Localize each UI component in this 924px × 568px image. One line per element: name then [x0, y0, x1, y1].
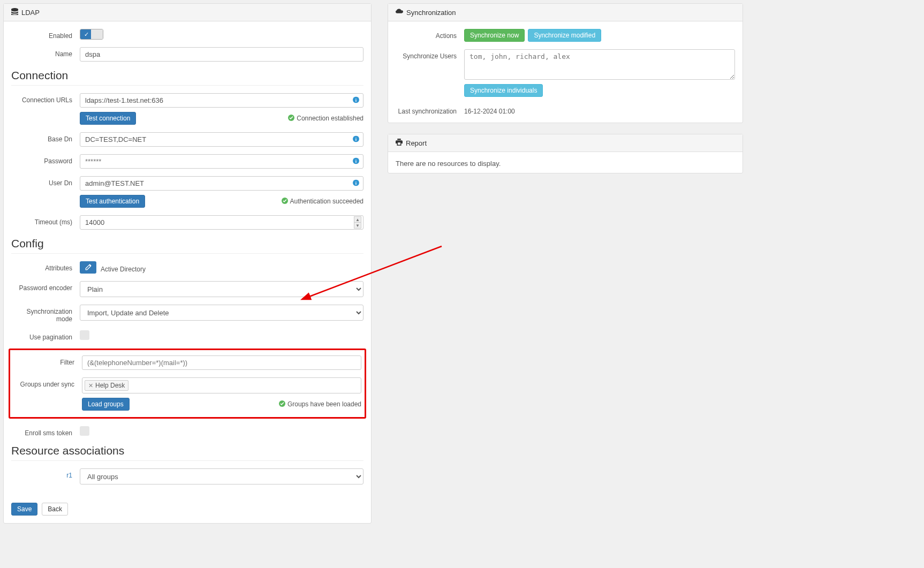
user-dn-field[interactable] [80, 176, 363, 191]
filter-field[interactable] [82, 355, 361, 370]
sync-mode-select[interactable]: Import, Update and Delete [80, 305, 363, 321]
check-circle-icon [282, 198, 288, 206]
connection-urls-field[interactable] [80, 93, 363, 108]
connection-status: Connection established [288, 115, 363, 123]
connection-urls-label: Connection URLs [11, 93, 80, 104]
pagination-label: Use pagination [11, 330, 80, 341]
check-icon: ✓ [80, 29, 92, 39]
report-panel: Report There are no resources to display… [388, 134, 743, 173]
groups-field[interactable]: ✕ Help Desk [82, 377, 361, 393]
actions-label: Actions [396, 29, 464, 40]
highlight-annotation: Filter Groups under sync ✕ Help Desk [9, 349, 366, 419]
timeout-label: Timeout (ms) [11, 215, 80, 226]
report-empty-text: There are no resources to display. [396, 160, 501, 168]
load-groups-button[interactable]: Load groups [82, 398, 130, 411]
password-field[interactable] [80, 154, 363, 169]
name-field[interactable] [80, 47, 363, 62]
pwd-encoder-select[interactable]: Plain [80, 281, 363, 297]
ldap-panel-header: LDAP [4, 4, 371, 21]
panel-title: Synchronization [406, 9, 456, 17]
test-connection-button[interactable]: Test connection [80, 112, 136, 125]
r1-select[interactable]: All groups [80, 468, 363, 484]
storage-icon [11, 8, 18, 17]
remove-tag-icon[interactable]: ✕ [88, 382, 93, 389]
auth-status: Authentication succeeded [282, 198, 363, 206]
r1-link[interactable]: r1 [11, 468, 80, 479]
sync-users-label: Synchronize Users [396, 49, 464, 60]
name-label: Name [11, 47, 80, 58]
resource-assoc-section-title: Resource associations [11, 444, 363, 461]
user-dn-label: User Dn [11, 176, 80, 187]
base-dn-field[interactable] [80, 132, 363, 147]
back-button[interactable]: Back [42, 503, 68, 516]
timeout-field[interactable] [80, 215, 363, 230]
groups-status: Groups have been loaded [279, 400, 361, 408]
attributes-text: Active Directory [101, 262, 146, 273]
attributes-label: Attributes [11, 261, 80, 272]
sync-panel: Synchronization Actions Synchronize now … [388, 3, 743, 123]
pagination-checkbox[interactable] [80, 330, 89, 340]
check-circle-icon [288, 115, 294, 123]
enabled-label: Enabled [11, 29, 80, 40]
panel-title: LDAP [21, 9, 40, 17]
print-icon [396, 139, 403, 147]
filter-label: Filter [13, 355, 82, 366]
groups-label: Groups under sync [13, 377, 82, 388]
check-circle-icon [279, 400, 285, 408]
sync-modified-button[interactable]: Synchronize modified [528, 29, 601, 42]
group-tag: ✕ Help Desk [85, 380, 128, 391]
report-panel-header: Report [388, 134, 743, 152]
sync-mode-label: Synchronization mode [11, 305, 80, 323]
sync-panel-header: Synchronization [388, 4, 743, 21]
enroll-sms-checkbox[interactable] [80, 426, 89, 436]
ldap-panel: LDAP Enabled ✓ Name [3, 3, 372, 524]
base-dn-label: Base Dn [11, 132, 80, 143]
pwd-encoder-label: Password encoder [11, 281, 80, 292]
sync-now-button[interactable]: Synchronize now [464, 29, 525, 42]
panel-title: Report [406, 139, 427, 147]
connection-section-title: Connection [11, 69, 363, 86]
sync-individuals-button[interactable]: Synchronize individuals [464, 84, 543, 97]
stepper-down[interactable]: ▼ [354, 222, 361, 229]
last-sync-label: Last synchronization [396, 104, 464, 115]
enroll-sms-label: Enroll sms token [11, 426, 80, 437]
config-section-title: Config [11, 237, 363, 254]
enabled-toggle[interactable]: ✓ [80, 29, 103, 40]
save-button[interactable]: Save [11, 503, 37, 516]
last-sync-value: 16-12-2024 01:00 [464, 104, 515, 115]
password-label: Password [11, 154, 80, 165]
test-auth-button[interactable]: Test authentication [80, 195, 145, 208]
cloud-icon [396, 8, 403, 17]
sync-users-field[interactable] [464, 49, 735, 80]
edit-attributes-button[interactable] [80, 261, 96, 274]
